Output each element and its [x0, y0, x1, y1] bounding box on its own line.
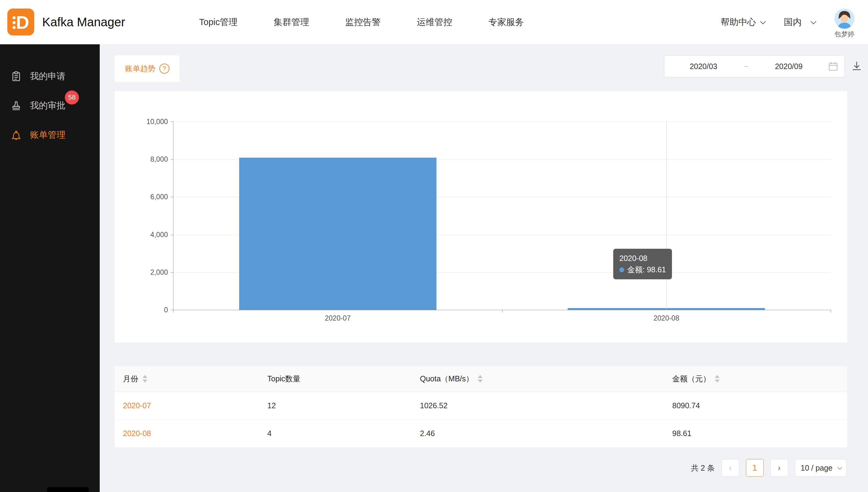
bill-alarm-icon [11, 130, 21, 140]
column-label: 月份 [123, 374, 138, 384]
ytickmark [171, 310, 173, 310]
chevron-down-icon [838, 465, 842, 470]
column-label: Quota（MB/s） [420, 374, 473, 384]
nav-item-topic[interactable]: Topic管理 [199, 16, 238, 28]
chevron-down-icon [760, 19, 766, 24]
main-content: 账单趋势 ? 2020/03 ~ 2020/09 2020-08 [100, 44, 868, 492]
column-header-topic-count: Topic数量 [259, 374, 412, 384]
tooltip-title: 2020-08 [619, 253, 666, 264]
date-end-input[interactable]: 2020/09 [750, 62, 828, 71]
bill-trend-chart-card: 2020-08 金额: 98.61 02,0004,0006,0008,0001… [115, 91, 847, 343]
tooltip-value: 金额: 98.61 [627, 265, 666, 274]
sidebar-item-label: 我的申请 [30, 70, 66, 82]
sidebar: 我的申请 我的审批 58 账单管理 [0, 44, 100, 492]
kafka-manager-app: D Kafka Manager Topic管理 集群管理 监控告警 运维管控 专… [0, 0, 868, 492]
stamp-icon [11, 101, 21, 111]
column-label: Topic数量 [267, 374, 300, 384]
sidebar-bottom-handle [47, 487, 89, 492]
page-size-select[interactable]: 10 / page [795, 459, 847, 477]
ytickmark [171, 122, 173, 122]
chart-tooltip: 2020-08 金额: 98.61 [613, 249, 672, 279]
ytickmark [171, 197, 173, 197]
sort-icon[interactable] [478, 375, 483, 383]
page-size-value: 10 / page [801, 464, 832, 472]
sidebar-item-my-applications[interactable]: 我的申请 [0, 62, 100, 91]
y-axis-label: 8,000 [134, 155, 168, 164]
cell-amount: 98.61 [664, 429, 847, 438]
chart-crosshair [666, 122, 667, 310]
header-right: 帮助中心 国内 包梦婷 [721, 0, 854, 44]
download-icon[interactable] [851, 60, 863, 72]
chevron-down-icon [811, 19, 816, 24]
calendar-icon [828, 61, 838, 72]
x-axis-label: 2020-07 [325, 314, 351, 322]
column-label: 金额（元） [672, 374, 710, 384]
month-link[interactable]: 2020-08 [123, 429, 151, 438]
sort-icon[interactable] [143, 375, 147, 383]
nav-item-ops[interactable]: 运维管控 [417, 16, 452, 28]
cell-quota: 2.46 [412, 429, 664, 438]
y-axis-label: 4,000 [134, 230, 168, 239]
app-title: Kafka Manager [42, 15, 125, 29]
table-row: 2020-07 12 1026.52 8090.74 [115, 392, 847, 420]
tooltip-value-row: 金额: 98.61 [619, 264, 666, 275]
y-axis-label: 10,000 [134, 118, 168, 126]
user-menu[interactable]: 包梦婷 [835, 8, 854, 39]
top-header: D Kafka Manager Topic管理 集群管理 监控告警 运维管控 专… [0, 0, 868, 44]
sidebar-item-bill-management[interactable]: 账单管理 [0, 120, 100, 150]
region-label: 国内 [784, 16, 802, 28]
xtickmark [502, 310, 502, 313]
username: 包梦婷 [835, 30, 854, 39]
next-page-button[interactable]: › [770, 459, 788, 477]
date-range-separator: ~ [743, 62, 750, 71]
pagination: 共 2 条 ‹ 1 › 10 / page [691, 459, 847, 477]
nav-item-expert[interactable]: 专家服务 [489, 16, 524, 28]
sidebar-item-my-approvals[interactable]: 我的审批 58 [0, 91, 100, 120]
y-axis-label: 0 [134, 306, 168, 314]
sidebar-item-label: 我的审批 [30, 100, 66, 112]
date-range-picker[interactable]: 2020/03 ~ 2020/09 [664, 55, 845, 77]
cell-topic-count: 12 [259, 401, 412, 410]
column-header-amount[interactable]: 金额（元） [664, 374, 847, 384]
y-axis-label: 2,000 [134, 268, 168, 276]
table-row: 2020-08 4 2.46 98.61 [115, 420, 847, 447]
total-count-label: 共 2 条 [691, 463, 715, 473]
tab-label: 账单趋势 [125, 64, 156, 74]
help-center-label: 帮助中心 [721, 16, 756, 28]
cell-amount: 8090.74 [664, 401, 847, 410]
sort-icon[interactable] [715, 375, 720, 383]
x-axis-label: 2020-08 [654, 314, 679, 322]
svg-text:D: D [16, 12, 29, 33]
xtickmark [173, 310, 174, 313]
cell-quota: 1026.52 [412, 401, 664, 410]
nav-item-cluster[interactable]: 集群管理 [274, 16, 309, 28]
bill-table-card: 月份 Topic数量 Quota（MB/s） 金额（元） 2020-07 12 [115, 366, 847, 447]
date-start-input[interactable]: 2020/03 [664, 62, 743, 71]
y-axis-label: 6,000 [134, 193, 168, 201]
series-dot-icon [619, 267, 624, 272]
table-header-row: 月份 Topic数量 Quota（MB/s） 金额（元） [115, 366, 847, 392]
clipboard-icon [11, 71, 21, 81]
page-1-button[interactable]: 1 [746, 459, 764, 477]
month-link[interactable]: 2020-07 [123, 401, 151, 410]
avatar [835, 8, 854, 29]
approvals-count-badge: 58 [65, 91, 79, 104]
app-logo-icon[interactable]: D [7, 8, 34, 35]
ytickmark [171, 272, 173, 273]
xtickmark [831, 310, 831, 313]
bar-chart-plot: 2020-08 金额: 98.61 02,0004,0006,0008,0001… [173, 122, 831, 310]
bar-2020-07[interactable] [239, 158, 437, 310]
help-center-menu[interactable]: 帮助中心 [721, 16, 764, 28]
tab-bill-trend[interactable]: 账单趋势 ? [115, 55, 180, 82]
ytickmark [171, 159, 173, 159]
nav-item-monitor[interactable]: 监控告警 [345, 16, 381, 28]
cell-topic-count: 4 [259, 429, 412, 438]
main-nav: Topic管理 集群管理 监控告警 运维管控 专家服务 [199, 0, 524, 44]
gridline [173, 122, 831, 122]
column-header-month[interactable]: 月份 [115, 374, 259, 384]
column-header-quota[interactable]: Quota（MB/s） [412, 374, 664, 384]
prev-page-button[interactable]: ‹ [722, 459, 739, 477]
question-circle-icon[interactable]: ? [159, 64, 169, 74]
region-selector[interactable]: 国内 [784, 16, 815, 28]
sidebar-item-label: 账单管理 [30, 129, 66, 141]
